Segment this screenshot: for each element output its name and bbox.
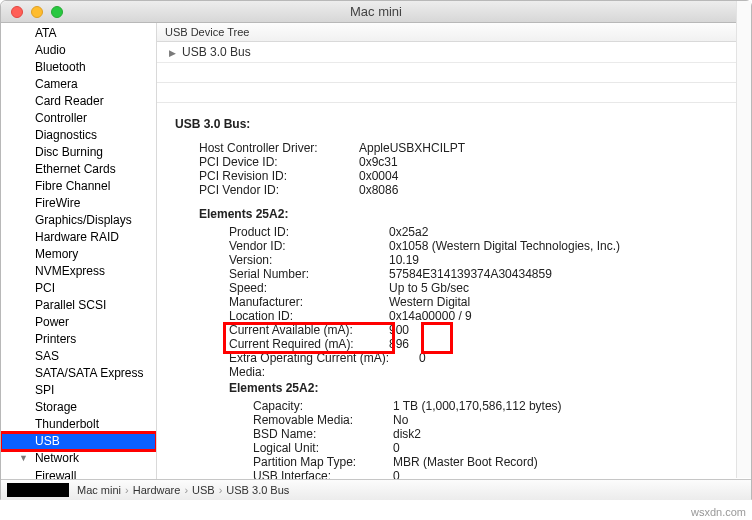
label: Media:: [229, 365, 389, 379]
sidebar-item-sata[interactable]: SATA/SATA Express: [1, 365, 156, 382]
value: 1 TB (1,000,170,586,112 bytes): [393, 399, 562, 413]
tree-row-usb-bus[interactable]: USB 3.0 Bus: [157, 42, 751, 63]
value: 0x8086: [359, 183, 398, 197]
scrollbar[interactable]: [736, 1, 751, 478]
value: 0x1058 (Western Digital Technologies, In…: [389, 239, 620, 253]
sidebar-item-printers[interactable]: Printers: [1, 331, 156, 348]
sidebar-group-network[interactable]: Network: [1, 450, 156, 468]
tree-header[interactable]: USB Device Tree: [157, 23, 751, 42]
label: Partition Map Type:: [253, 455, 393, 469]
sidebar-item-fibre-channel[interactable]: Fibre Channel: [1, 178, 156, 195]
label-current-available: Current Available (mA):: [229, 323, 389, 337]
breadcrumb[interactable]: Hardware: [133, 484, 181, 496]
value: 0x9c31: [359, 155, 398, 169]
label: Serial Number:: [229, 267, 389, 281]
section-title-device: Elements 25A2:: [175, 207, 743, 221]
label: PCI Vendor ID:: [199, 183, 359, 197]
sidebar-item-memory[interactable]: Memory: [1, 246, 156, 263]
sidebar-item-parallel-scsi[interactable]: Parallel SCSI: [1, 297, 156, 314]
label: Product ID:: [229, 225, 389, 239]
label: Manufacturer:: [229, 295, 389, 309]
label: Extra Operating Current (mA):: [229, 351, 419, 365]
tree-row-label: USB 3.0 Bus: [182, 45, 251, 59]
sidebar-item-audio[interactable]: Audio: [1, 42, 156, 59]
label: Host Controller Driver:: [199, 141, 359, 155]
value: 0: [393, 441, 400, 455]
breadcrumb[interactable]: USB 3.0 Bus: [226, 484, 289, 496]
sidebar-item-usb[interactable]: USB: [1, 433, 156, 450]
breadcrumb[interactable]: Mac mini: [77, 484, 121, 496]
sidebar-item-diagnostics[interactable]: Diagnostics: [1, 127, 156, 144]
sidebar[interactable]: ATA Audio Bluetooth Camera Card Reader C…: [1, 23, 157, 479]
sidebar-item-ethernet-cards[interactable]: Ethernet Cards: [1, 161, 156, 178]
chevron-right-icon: ›: [184, 484, 188, 496]
label: Speed:: [229, 281, 389, 295]
sidebar-item-disc-burning[interactable]: Disc Burning: [1, 144, 156, 161]
label: USB Interface:: [253, 469, 393, 479]
label: Removable Media:: [253, 413, 393, 427]
sidebar-item-power[interactable]: Power: [1, 314, 156, 331]
redacted-icon: [7, 483, 69, 497]
label: Logical Unit:: [253, 441, 393, 455]
sidebar-item-pci[interactable]: PCI: [1, 280, 156, 297]
label: Location ID:: [229, 309, 389, 323]
label-current-required: Current Required (mA):: [229, 337, 389, 351]
value: Western Digital: [389, 295, 470, 309]
sidebar-item-thunderbolt[interactable]: Thunderbolt: [1, 416, 156, 433]
path-bar[interactable]: Mac mini › Hardware › USB › USB 3.0 Bus: [1, 479, 751, 500]
value: 0x14a00000 / 9: [389, 309, 472, 323]
value: 10.19: [389, 253, 419, 267]
value: disk2: [393, 427, 421, 441]
value: 0x0004: [359, 169, 398, 183]
label: Capacity:: [253, 399, 393, 413]
value-current-required: 896: [389, 337, 409, 351]
sidebar-item-card-reader[interactable]: Card Reader: [1, 93, 156, 110]
tree-blank: [157, 63, 751, 83]
sidebar-item-spi[interactable]: SPI: [1, 382, 156, 399]
window-title: Mac mini: [1, 4, 751, 19]
disclosure-triangle-icon[interactable]: [169, 45, 182, 59]
watermark: wsxdn.com: [691, 506, 746, 518]
section-title-bus: USB 3.0 Bus:: [175, 117, 743, 131]
label: Vendor ID:: [229, 239, 389, 253]
sidebar-item-graphics-displays[interactable]: Graphics/Displays: [1, 212, 156, 229]
label: Version:: [229, 253, 389, 267]
chevron-right-icon: ›: [219, 484, 223, 496]
label: PCI Device ID:: [199, 155, 359, 169]
value: AppleUSBXHCILPT: [359, 141, 465, 155]
value: 57584E314139374A30434859: [389, 267, 552, 281]
sidebar-item-firewall[interactable]: Firewall: [1, 468, 156, 479]
value: Up to 5 Gb/sec: [389, 281, 469, 295]
label: PCI Revision ID:: [199, 169, 359, 183]
main-pane: USB Device Tree USB 3.0 Bus USB 3.0 Bus:…: [157, 23, 751, 479]
details-pane: USB 3.0 Bus: Host Controller Driver:Appl…: [157, 103, 751, 479]
value-current-available: 900: [389, 323, 409, 337]
label: BSD Name:: [253, 427, 393, 441]
section-title-volume: Elements 25A2:: [175, 381, 743, 395]
sidebar-item-controller[interactable]: Controller: [1, 110, 156, 127]
sidebar-item-ata[interactable]: ATA: [1, 25, 156, 42]
titlebar[interactable]: Mac mini: [1, 1, 751, 23]
tree-blank: [157, 83, 751, 103]
sidebar-item-storage[interactable]: Storage: [1, 399, 156, 416]
value: No: [393, 413, 408, 427]
value: 0: [393, 469, 400, 479]
value: 0: [419, 351, 426, 365]
chevron-right-icon: ›: [125, 484, 129, 496]
sidebar-item-nvmexpress[interactable]: NVMExpress: [1, 263, 156, 280]
value: MBR (Master Boot Record): [393, 455, 538, 469]
value: 0x25a2: [389, 225, 428, 239]
system-info-window: Mac mini ATA Audio Bluetooth Camera Card…: [0, 0, 752, 500]
sidebar-item-camera[interactable]: Camera: [1, 76, 156, 93]
breadcrumb[interactable]: USB: [192, 484, 215, 496]
sidebar-item-hardware-raid[interactable]: Hardware RAID: [1, 229, 156, 246]
sidebar-item-sas[interactable]: SAS: [1, 348, 156, 365]
sidebar-item-firewire[interactable]: FireWire: [1, 195, 156, 212]
sidebar-item-bluetooth[interactable]: Bluetooth: [1, 59, 156, 76]
